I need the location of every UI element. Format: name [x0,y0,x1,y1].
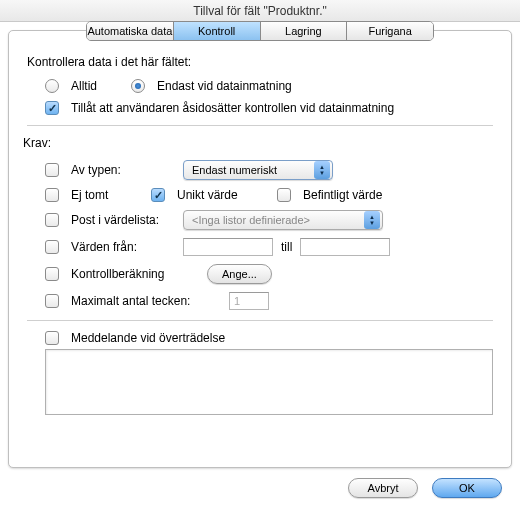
checkbox-notempty-label[interactable]: Ej tomt [71,188,143,202]
updown-icon: ▲▼ [314,161,330,179]
select-valuelist-value: <Inga listor definierade> [192,214,310,226]
kontroll-section-label: Kontrollera data i det här fältet: [27,55,493,69]
radio-dataentry[interactable] [131,79,145,93]
divider-1 [27,125,493,126]
radio-always-label[interactable]: Alltid [71,79,97,93]
checkbox-existing-label[interactable]: Befintligt värde [303,188,382,202]
divider-2 [27,320,493,321]
input-range-from[interactable] [183,238,273,256]
cancel-button[interactable]: Avbryt [348,478,418,498]
tab-kontroll[interactable]: Kontroll [174,22,261,40]
checkbox-range[interactable] [45,240,59,254]
input-range-to[interactable] [300,238,390,256]
button-ange[interactable]: Ange... [207,264,272,284]
window-title: Tillval för fält "Produktnr." [0,0,520,22]
tab-bar: Automatiska data Kontroll Lagring Furiga… [86,21,434,41]
krav-header: Krav: [23,136,493,150]
updown-icon: ▲▼ [364,211,380,229]
checkbox-calc-label[interactable]: Kontrollberäkning [71,267,199,281]
select-valuelist[interactable]: <Inga listor definierade> ▲▼ [183,210,383,230]
checkbox-type[interactable] [45,163,59,177]
tab-automatiska[interactable]: Automatiska data [87,22,174,40]
input-maxlen[interactable] [229,292,269,310]
checkbox-calc[interactable] [45,267,59,281]
checkbox-notempty[interactable] [45,188,59,202]
checkbox-message[interactable] [45,331,59,345]
checkbox-valuelist-label[interactable]: Post i värdelista: [71,213,175,227]
tab-lagring[interactable]: Lagring [261,22,348,40]
checkbox-existing[interactable] [277,188,291,202]
checkbox-unique-label[interactable]: Unikt värde [177,188,269,202]
select-type[interactable]: Endast numeriskt ▲▼ [183,160,333,180]
checkbox-message-label[interactable]: Meddelande vid överträdelse [71,331,225,345]
checkbox-range-label[interactable]: Värden från: [71,240,175,254]
checkbox-type-label[interactable]: Av typen: [71,163,175,177]
tab-furigana[interactable]: Furigana [347,22,433,40]
dialog-footer: Avbryt OK [0,468,520,498]
range-to-label: till [281,240,292,254]
main-panel: Automatiska data Kontroll Lagring Furiga… [8,30,512,468]
select-type-value: Endast numeriskt [192,164,277,176]
textarea-message[interactable] [45,349,493,415]
checkbox-maxlen[interactable] [45,294,59,308]
checkbox-valuelist[interactable] [45,213,59,227]
ok-button[interactable]: OK [432,478,502,498]
radio-always[interactable] [45,79,59,93]
checkbox-override-label[interactable]: Tillåt att användaren åsidosätter kontro… [71,101,394,115]
checkbox-unique[interactable] [151,188,165,202]
checkbox-maxlen-label[interactable]: Maximalt antal tecken: [71,294,221,308]
radio-dataentry-label[interactable]: Endast vid datainmatning [157,79,292,93]
checkbox-override[interactable] [45,101,59,115]
